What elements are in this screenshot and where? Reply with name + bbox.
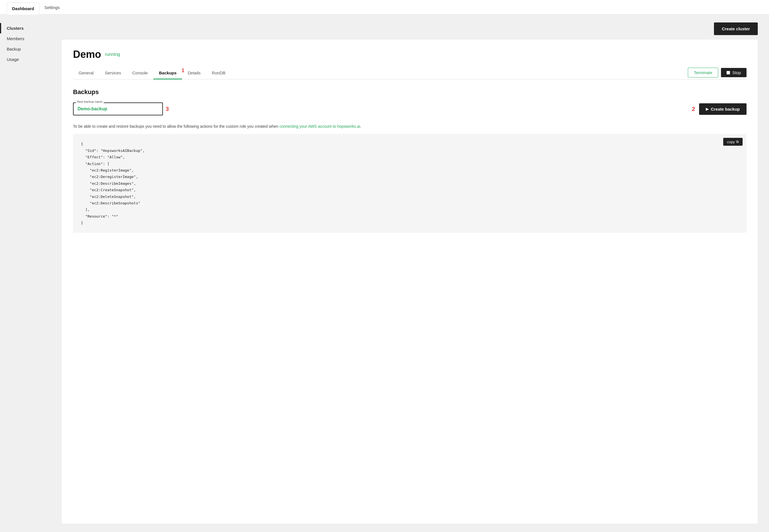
backup-input-row: New backup name 3 2 ▶ Create backup bbox=[73, 102, 747, 115]
stop-icon bbox=[727, 71, 730, 74]
tab-rondb[interactable]: RonDB bbox=[206, 67, 231, 79]
tab-general[interactable]: General bbox=[73, 67, 99, 79]
tab-console[interactable]: Console bbox=[127, 67, 153, 79]
cluster-header-bar: Create cluster bbox=[62, 15, 769, 40]
main-panel: Demo running General Services Console Ba… bbox=[62, 40, 758, 524]
stop-button[interactable]: Stop bbox=[721, 68, 747, 77]
annotation-3: 3 bbox=[166, 106, 169, 112]
cluster-name: Demo bbox=[73, 49, 101, 60]
sidebar-item-backup[interactable]: Backup bbox=[0, 44, 62, 54]
sidebar-item-clusters[interactable]: Clusters bbox=[0, 23, 62, 33]
tab-backups[interactable]: Backups 1 bbox=[153, 67, 182, 79]
backup-name-wrapper: New backup name bbox=[73, 102, 163, 115]
info-text: To be able to create and restore backups… bbox=[73, 123, 747, 129]
code-content: { "Sid": "HopsworksAIBackup", "Effect": … bbox=[81, 141, 739, 226]
create-backup-label: Create backup bbox=[711, 107, 740, 111]
terminate-button[interactable]: Terminate bbox=[688, 68, 718, 77]
cluster-status-badge: running bbox=[105, 52, 120, 57]
backups-section-title: Backups bbox=[73, 88, 747, 96]
sidebar-item-usage[interactable]: Usage bbox=[0, 54, 62, 65]
top-nav: Dashboard Settings bbox=[0, 0, 769, 15]
main-layout: Clusters Members Backup Usage Create clu… bbox=[0, 15, 769, 532]
cluster-tabs-row: General Services Console Backups 1 Detai… bbox=[73, 67, 747, 79]
create-backup-button[interactable]: ▶ Create backup bbox=[699, 103, 747, 115]
code-block: copy ⧉ { "Sid": "HopsworksAIBackup", "Ef… bbox=[73, 134, 747, 233]
tab-actions: Terminate Stop bbox=[688, 68, 747, 79]
sidebar-item-members[interactable]: Members bbox=[0, 33, 62, 44]
tab-settings[interactable]: Settings bbox=[39, 1, 65, 15]
content-area: Create cluster Demo running General Serv… bbox=[62, 15, 769, 532]
tab-details[interactable]: Details bbox=[182, 67, 206, 79]
tab-services[interactable]: Services bbox=[99, 67, 127, 79]
play-icon: ▶ bbox=[706, 107, 709, 111]
copy-button[interactable]: copy ⧉ bbox=[723, 138, 743, 146]
create-backup-btn-wrapper: 2 ▶ Create backup bbox=[692, 103, 747, 115]
backup-name-input[interactable] bbox=[73, 102, 163, 115]
create-cluster-button[interactable]: Create cluster bbox=[714, 22, 758, 35]
tab-dashboard[interactable]: Dashboard bbox=[7, 3, 39, 15]
sidebar: Clusters Members Backup Usage bbox=[0, 15, 62, 532]
annotation-2: 2 bbox=[692, 106, 695, 112]
backup-input-label: New backup name bbox=[76, 100, 104, 103]
aws-link[interactable]: connecting your AWS account to hopsworks… bbox=[279, 124, 360, 129]
cluster-title-row: Demo running bbox=[73, 49, 747, 60]
copy-icon: ⧉ bbox=[736, 140, 739, 144]
